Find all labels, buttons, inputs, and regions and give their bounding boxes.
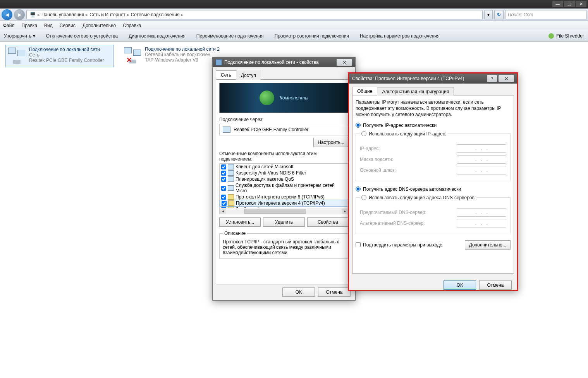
component-checkbox[interactable] — [222, 201, 227, 206]
dialog-titlebar[interactable]: Свойства: Протокол Интернета версии 4 (T… — [349, 74, 517, 84]
radio-ip-auto[interactable] — [356, 123, 361, 128]
crumb-2[interactable]: Сетевые подключения — [131, 12, 180, 17]
help-button[interactable]: ? — [487, 75, 497, 82]
conn-title: Подключение по локальной сети 2 — [145, 46, 220, 52]
subnet-mask-input[interactable]: . . . — [457, 155, 506, 164]
component-icon — [228, 170, 234, 176]
forward-button[interactable]: ▶ — [14, 9, 25, 20]
menu-tools[interactable]: Сервис — [60, 23, 76, 28]
dialog-connection-properties: Подключение по локальной сети - свойства… — [212, 57, 356, 301]
browser-close[interactable]: ✕ — [576, 1, 586, 7]
component-icon — [228, 164, 234, 169]
component-checkbox[interactable] — [221, 164, 226, 169]
tab-general[interactable]: Общие — [352, 87, 377, 96]
radio-dns-manual-label: Использовать следующие адреса DNS-сервер… — [369, 195, 476, 200]
menu-help[interactable]: Справка — [123, 23, 141, 28]
ok-button[interactable]: ОК — [282, 287, 315, 297]
dns-alternate-input[interactable]: . . . — [457, 219, 506, 227]
cancel-button[interactable]: Отмена — [479, 281, 512, 290]
ip-address-label: IP-адрес: — [360, 146, 453, 151]
dialog-titlebar[interactable]: Подключение по локальной сети - свойства… — [213, 57, 355, 67]
description-text: Протокол TCP/IP - стандартный протокол г… — [223, 239, 345, 255]
radio-ip-manual-label: Использовать следующий IP-адрес: — [369, 131, 446, 137]
menu-edit[interactable]: Правка — [22, 23, 38, 28]
component-icon — [228, 194, 234, 200]
breadcrumb-dropdown[interactable]: ▾ — [484, 10, 493, 19]
back-button[interactable]: ◀ — [2, 9, 12, 20]
scroll-left-icon[interactable]: ◂ — [220, 209, 226, 214]
validate-on-exit-label: Подтвердить параметры при выходе — [363, 242, 442, 248]
component-checkbox[interactable] — [221, 171, 226, 176]
ip-manual-group: Использовать следующий IP-адрес: IP-адре… — [356, 130, 511, 181]
conn-adapter: TAP-Windows Adapter V9 — [145, 57, 220, 63]
dns-preferred-label: Предпочитаемый DNS-сервер: — [360, 210, 453, 215]
cmd-organize[interactable]: Упорядочить ▾ — [4, 33, 35, 39]
component-checkbox[interactable] — [221, 177, 226, 182]
cmd-status[interactable]: Просмотр состояния подключения — [274, 33, 349, 39]
cmd-settings[interactable]: Настройка параметров подключения — [360, 33, 440, 39]
radio-dns-manual[interactable] — [361, 195, 366, 200]
cmd-rename[interactable]: Переименование подключения — [196, 33, 264, 39]
subnet-mask-label: Маска подсети: — [360, 157, 453, 162]
components-label: Отмеченные компоненты используются этим … — [219, 151, 349, 162]
menu-advanced[interactable]: Дополнительно — [83, 23, 116, 28]
component-icon — [228, 200, 234, 206]
remove-button[interactable]: Удалить — [263, 217, 304, 227]
cmd-diagnose[interactable]: Диагностика подключения — [129, 33, 186, 39]
tab-network[interactable]: Сеть — [216, 70, 236, 79]
dns-preferred-input[interactable]: . . . — [457, 208, 506, 217]
gateway-label: Основной шлюз: — [360, 168, 453, 173]
menu-view[interactable]: Вид — [44, 23, 53, 28]
connection-item-0[interactable]: Подключение по локальной сети Сеть Realt… — [5, 45, 114, 67]
search-input[interactable]: Поиск: Сет — [505, 10, 586, 19]
conn-adapter: Realtek PCIe GBE Family Controller — [29, 58, 104, 63]
ip-address-input[interactable]: . . . — [457, 144, 506, 153]
refresh-button[interactable]: ↻ — [494, 10, 504, 19]
dns-manual-group: Использовать следующие адреса DNS-сервер… — [356, 193, 511, 234]
component-checkbox[interactable] — [221, 195, 226, 200]
gateway-input[interactable]: . . . — [457, 166, 506, 174]
advanced-button[interactable]: Дополнительно... — [465, 240, 511, 250]
dialog-title-text: Подключение по локальной сети - свойства — [224, 60, 319, 65]
menu-bar: Файл Правка Вид Сервис Дополнительно Спр… — [0, 21, 588, 30]
close-button[interactable]: ✕ — [499, 75, 514, 82]
conn-title: Подключение по локальной сети — [29, 47, 104, 52]
conn-status: Сетевой кабель не подключен — [145, 52, 220, 57]
menu-file[interactable]: Файл — [3, 23, 15, 28]
crumb-1[interactable]: Сеть и Интернет — [89, 12, 125, 17]
close-button[interactable]: ✕ — [337, 59, 352, 66]
file-shredder-label[interactable]: File Shredder — [556, 33, 584, 39]
tab-access[interactable]: Доступ — [236, 71, 261, 80]
tab-alternate[interactable]: Альтернативная конфигурация — [377, 87, 454, 96]
scroll-thumb[interactable] — [244, 209, 306, 214]
radio-dns-auto[interactable] — [356, 186, 361, 192]
control-panel-icon: 🖥️ — [29, 12, 36, 17]
crumb-0[interactable]: Панель управления — [41, 12, 84, 17]
properties-button[interactable]: Свойства — [307, 217, 349, 227]
radio-ip-manual[interactable] — [361, 131, 366, 136]
scroll-right-icon[interactable]: ▸ — [342, 209, 348, 214]
component-icon — [228, 176, 234, 182]
radio-dns-auto-row[interactable]: Получить адрес DNS-сервера автоматически — [356, 186, 511, 192]
browser-maximize[interactable]: ▢ — [564, 1, 575, 7]
radio-ip-auto-row[interactable]: Получить IP-адрес автоматически — [356, 123, 511, 128]
description-legend: Описание — [223, 231, 247, 236]
validate-on-exit-checkbox[interactable] — [356, 242, 361, 247]
breadcrumb[interactable]: 🖥️ ▸ Панель управления▸ Сеть и Интернет▸… — [26, 10, 483, 19]
file-shredder-icon[interactable] — [548, 33, 554, 39]
disconnected-icon: ✕ — [126, 56, 132, 64]
cancel-button[interactable]: Отмена — [318, 287, 351, 297]
configure-button[interactable]: Настроить... — [313, 138, 349, 147]
globe-icon — [260, 91, 274, 105]
explorer-navbar: ◀ ▶ 🖥️ ▸ Панель управления▸ Сеть и Интер… — [0, 9, 588, 21]
dns-alternate-label: Альтернативный DNS-сервер: — [360, 221, 453, 226]
component-checkbox[interactable] — [221, 186, 226, 191]
install-button[interactable]: Установить... — [219, 217, 261, 227]
cmd-disable[interactable]: Отключение сетевого устройства — [46, 33, 118, 39]
ok-button[interactable]: ОК — [444, 281, 476, 290]
browser-minimize[interactable]: — — [552, 1, 563, 7]
dialog-icon — [216, 59, 222, 65]
horizontal-scrollbar[interactable]: ◂ ▸ — [220, 208, 348, 214]
adapter-box: Realtek PCIe GBE Family Controller — [219, 124, 349, 135]
components-list[interactable]: Клиент для сетей Microsoft Kaspersky Ant… — [219, 163, 349, 214]
